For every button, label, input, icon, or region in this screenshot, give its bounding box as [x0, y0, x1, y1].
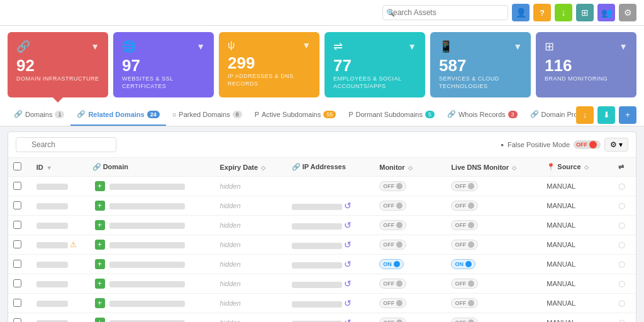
reload-icon[interactable]: ↺ [344, 220, 352, 230]
row-ip-cell: ↺ [287, 196, 375, 216]
tab-domain-providers[interactable]: 🔗 Domain Providers 2 [524, 104, 576, 126]
grid-icon-btn[interactable]: ⊞ [576, 4, 594, 21]
row-checkbox-5[interactable] [13, 279, 21, 287]
col-header-domain: 🔗 Domain [87, 158, 215, 177]
row-checkbox-3[interactable] [13, 240, 21, 248]
monitor-toggle-1[interactable]: OFF [379, 201, 406, 211]
row-add-domain-btn[interactable]: + [95, 220, 105, 230]
row-action-btn-2[interactable]: ⬡ [618, 221, 625, 230]
tab-active-subdomains[interactable]: P Active Subdomains 55 [248, 104, 343, 126]
card-brand-monitoring[interactable]: ⊞ ▼ 116 BRAND MONITORING [536, 32, 636, 97]
tab-related-domains[interactable]: 🔗 Related Domains 24 [70, 104, 165, 126]
live-dns-toggle-5[interactable]: OFF [451, 279, 478, 289]
card-arrow-domain [53, 97, 63, 103]
card-ip-addresses[interactable]: ψ ▼ 299 IP ADDRESSES & DNS RECORDS [219, 32, 319, 97]
row-checkbox-7[interactable] [13, 318, 21, 322]
card-chevron-domain: ▼ [91, 42, 99, 52]
row-add-domain-btn[interactable]: + [95, 240, 105, 250]
tab-add-btn[interactable]: + [619, 106, 636, 124]
row-source-text-1: MANUAL [547, 202, 575, 209]
row-action-btn-4[interactable]: ⬡ [618, 260, 625, 269]
live-dns-toggle-dot-3 [468, 242, 474, 248]
monitor-toggle-5[interactable]: OFF [379, 279, 406, 289]
row-checkbox-6[interactable] [13, 299, 21, 307]
card-icon-services: 📱 [439, 40, 453, 53]
reload-icon[interactable]: ↺ [344, 240, 352, 250]
settings-icon-btn[interactable]: ⚙ [619, 4, 636, 21]
reload-icon[interactable]: ↺ [344, 318, 352, 322]
toggle-off-label: OFF [576, 142, 587, 148]
row-action-btn-5[interactable]: ⬡ [618, 279, 625, 289]
card-domain-infra[interactable]: 🔗 ▼ 92 DOMAIN INFRASTRUCTURE [8, 32, 108, 97]
row-action-btn-3[interactable]: ⬡ [618, 240, 625, 250]
monitor-toggle-2[interactable]: OFF [379, 220, 406, 230]
row-add-domain-btn[interactable]: + [95, 298, 105, 308]
col-header-monitor[interactable]: Monitor ◇ [374, 158, 446, 177]
tab-download-btn[interactable]: ⬇ [597, 106, 615, 124]
table-toolbar: ▪ False Positive Mode OFF ⚙ ▾ [8, 132, 636, 158]
toggle-dot [589, 141, 597, 148]
row-checkbox-0[interactable] [13, 182, 21, 190]
card-employees[interactable]: ⇌ ▼ 77 EMPLOYEES & SOCIAL ACCOUNTS/APPS [325, 32, 425, 97]
monitor-toggle-7[interactable]: OFF [379, 318, 406, 322]
row-checkbox-1[interactable] [13, 201, 21, 209]
row-add-domain-btn[interactable]: + [95, 201, 105, 211]
top-bar: 👤 ? ↓ ⊞ 👥 ⚙ [0, 0, 644, 26]
table-search-input[interactable] [16, 137, 116, 152]
reload-icon[interactable]: ↺ [344, 298, 352, 308]
row-checkbox-4[interactable] [13, 260, 21, 268]
row-action-btn-1[interactable]: ⬡ [618, 201, 625, 211]
monitor-toggle-4[interactable]: ON [379, 259, 404, 269]
live-dns-toggle-4[interactable]: ON [451, 259, 475, 269]
table-settings-btn[interactable]: ⚙ ▾ [604, 138, 628, 152]
monitor-toggle-3[interactable]: OFF [379, 240, 406, 250]
reload-icon[interactable]: ↺ [344, 259, 352, 269]
tab-dormant-subdomains[interactable]: P Dormant Subdomains 5 [342, 104, 441, 126]
download-icon-btn[interactable]: ↓ [555, 4, 572, 21]
live-dns-toggle-0[interactable]: OFF [451, 181, 478, 191]
row-action-btn-0[interactable]: ⬡ [618, 182, 625, 191]
live-dns-toggle-3[interactable]: OFF [451, 240, 478, 250]
col-header-source[interactable]: 📍 Source ◇ [541, 158, 613, 177]
help-icon-btn[interactable]: ? [533, 4, 551, 21]
row-add-domain-btn[interactable]: + [95, 279, 105, 289]
live-dns-toggle-6[interactable]: OFF [451, 298, 478, 308]
user-icon-btn[interactable]: 👤 [512, 4, 530, 21]
monitor-toggle-dot-7 [396, 319, 402, 322]
row-ip-blurred [292, 282, 342, 288]
row-add-domain-btn[interactable]: + [95, 259, 105, 269]
tab-domains-icon: 🔗 [14, 110, 23, 118]
live-dns-toggle-1[interactable]: OFF [451, 201, 478, 211]
col-header-id[interactable]: ID ▼ [31, 158, 87, 177]
row-action-btn-6[interactable]: ⬡ [618, 299, 625, 308]
select-all-checkbox[interactable] [13, 162, 21, 170]
monitor-toggle-6[interactable]: OFF [379, 298, 406, 308]
row-add-domain-btn[interactable]: + [95, 318, 105, 322]
reload-icon[interactable]: ↺ [344, 201, 352, 211]
card-services-cloud[interactable]: 📱 ▼ 587 SERVICES & CLOUD TECHNOLOGIES [430, 32, 531, 97]
row-id-cell [31, 294, 87, 313]
reload-icon[interactable]: ↺ [344, 279, 352, 289]
row-checkbox-2[interactable] [13, 221, 21, 229]
card-chevron-brand: ▼ [619, 42, 628, 52]
monitor-toggle-0[interactable]: OFF [379, 181, 406, 191]
live-dns-toggle-7[interactable]: OFF [451, 318, 478, 322]
col-header-live-dns[interactable]: Live DNS Monitor ◇ [446, 158, 541, 177]
live-dns-toggle-2[interactable]: OFF [451, 220, 478, 230]
row-id-cell [31, 196, 87, 216]
tab-parked-domains[interactable]: ○ Parked Domains 8 [166, 104, 248, 126]
tab-export-btn[interactable]: ↓ [576, 106, 594, 124]
row-action-btn-7[interactable]: ⬡ [618, 318, 625, 322]
col-header-expiry[interactable]: Expiry Date ◇ [215, 158, 287, 177]
card-websites-ssl[interactable]: 🌐 ▼ 97 WEBSITES & SSL CERTIFICATES [113, 32, 214, 97]
row-id-blurred [36, 184, 68, 190]
search-assets-input[interactable] [382, 5, 508, 20]
people-icon-btn[interactable]: 👥 [597, 4, 615, 21]
col-header-checkbox [8, 158, 31, 177]
tab-domains[interactable]: 🔗 Domains 1 [8, 104, 70, 126]
false-positive-toggle[interactable]: OFF [574, 140, 601, 149]
tab-whois-records[interactable]: 🔗 Whois Records 3 [441, 104, 524, 126]
row-add-domain-btn[interactable]: + [95, 181, 105, 191]
tab-parked-badge: 8 [233, 111, 242, 118]
table-row: + hidden ↺ OFF OFF MANUAL ⬡ [8, 216, 636, 235]
